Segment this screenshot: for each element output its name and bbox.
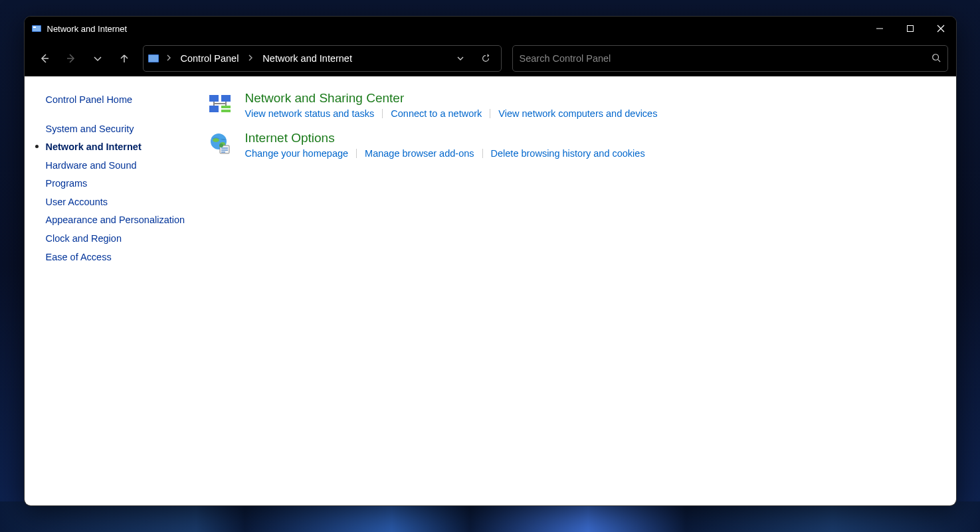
category-body: Network and Sharing CenterView network s… (245, 91, 943, 119)
sidebar-item[interactable]: Hardware and Sound (46, 157, 188, 175)
internet-options-icon (208, 132, 232, 156)
breadcrumb-sep-icon (162, 54, 175, 62)
maximize-button[interactable] (895, 17, 926, 41)
category-row: Network and Sharing CenterView network s… (208, 91, 943, 119)
control-panel-window: Network and Internet (24, 16, 957, 506)
svg-rect-2 (33, 27, 36, 28)
forward-button[interactable] (59, 46, 83, 70)
address-bar[interactable]: Control Panel Network and Internet (143, 45, 502, 72)
network-icon (208, 92, 232, 116)
refresh-button[interactable] (474, 47, 497, 70)
task-link[interactable]: Delete browsing history and cookies (491, 148, 645, 159)
task-divider (482, 149, 483, 158)
back-button[interactable] (33, 46, 56, 70)
category-title[interactable]: Network and Sharing Center (245, 91, 943, 106)
svg-point-28 (219, 143, 223, 147)
sidebar-home-link[interactable]: Control Panel Home (46, 91, 188, 110)
svg-rect-4 (907, 26, 913, 32)
svg-rect-17 (221, 110, 231, 112)
task-divider (490, 109, 490, 118)
content-area: Control Panel Home System and SecurityNe… (25, 76, 956, 505)
toolbar: Control Panel Network and Internet Searc… (25, 41, 956, 76)
svg-rect-13 (209, 95, 219, 102)
control-panel-app-icon (31, 23, 42, 34)
category-body: Internet OptionsChange your homepageMana… (245, 131, 943, 159)
svg-rect-14 (221, 95, 231, 102)
breadcrumb-item[interactable]: Network and Internet (260, 52, 355, 65)
sidebar: Control Panel Home System and SecurityNe… (25, 76, 195, 505)
recent-locations-button[interactable] (86, 46, 110, 70)
sidebar-item[interactable]: Ease of Access (46, 248, 188, 267)
minimize-button[interactable] (864, 17, 895, 41)
main-panel: Network and Sharing CenterView network s… (195, 76, 956, 505)
search-icon (931, 53, 941, 64)
task-link[interactable]: Change your homepage (245, 148, 349, 159)
svg-rect-10 (149, 55, 158, 62)
control-panel-icon (147, 52, 159, 64)
sidebar-item[interactable]: Network and Internet (46, 138, 188, 157)
svg-line-12 (937, 59, 940, 62)
sidebar-items: System and SecurityNetwork and InternetH… (46, 120, 188, 267)
task-link[interactable]: View network status and tasks (245, 108, 375, 119)
close-button[interactable] (926, 17, 956, 41)
sidebar-item[interactable]: Programs (46, 175, 188, 193)
up-button[interactable] (112, 46, 136, 70)
svg-rect-15 (209, 106, 219, 112)
task-divider (382, 109, 383, 118)
category-row: Internet OptionsChange your homepageMana… (208, 131, 943, 159)
task-link[interactable]: View network computers and devices (498, 108, 657, 119)
sidebar-item[interactable]: User Accounts (46, 193, 188, 212)
breadcrumb-sep-icon (244, 54, 257, 62)
search-input[interactable]: Search Control Panel (512, 45, 948, 72)
sidebar-item[interactable]: Clock and Region (46, 230, 188, 248)
task-divider (356, 149, 357, 158)
category-title[interactable]: Internet Options (245, 131, 943, 145)
svg-rect-16 (221, 106, 231, 108)
task-links: Change your homepageManage browser add-o… (245, 148, 943, 159)
task-links: View network status and tasksConnect to … (245, 108, 943, 119)
svg-point-22 (213, 138, 219, 142)
svg-point-11 (932, 54, 938, 60)
titlebar: Network and Internet (25, 17, 956, 41)
task-link[interactable]: Manage browser add-ons (365, 148, 474, 159)
task-link[interactable]: Connect to a network (391, 108, 482, 119)
window-title: Network and Internet (47, 24, 128, 34)
sidebar-item[interactable]: Appearance and Personalization (46, 211, 188, 230)
sidebar-item[interactable]: System and Security (46, 120, 188, 139)
address-dropdown-button[interactable] (449, 47, 472, 70)
breadcrumb-item[interactable]: Control Panel (178, 52, 242, 65)
search-placeholder: Search Control Panel (520, 53, 931, 64)
